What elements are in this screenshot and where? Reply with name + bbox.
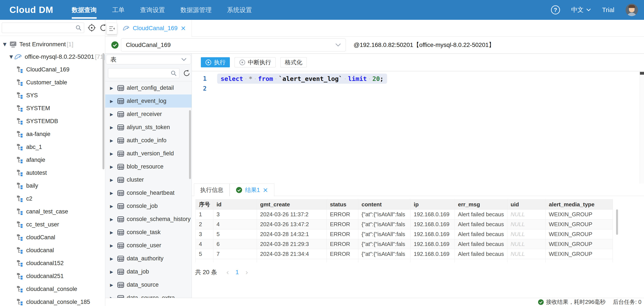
database-item[interactable]: cloudcanal — [0, 244, 105, 257]
database-item[interactable]: SYSTEM — [0, 102, 105, 115]
tree-node-connection[interactable]: ▼ office-mysql-8.0.22-50201 [71] — [0, 51, 105, 63]
table-item[interactable]: ▶ console_schema_history — [105, 213, 192, 226]
sql-line[interactable]: select·*·from·`alert_event_log`·limit·20… — [217, 74, 387, 84]
tree-node-environment[interactable]: ▼ Test Environment [1] — [0, 38, 105, 51]
caret-down-icon[interactable]: ▼ — [3, 42, 10, 47]
prev-page-icon[interactable]: ‹ — [226, 268, 229, 276]
column-header[interactable]: err_msg — [455, 200, 508, 210]
table-item[interactable]: ▶ console_heartbeat — [105, 186, 192, 200]
editor-scrollbar-thumb[interactable] — [640, 72, 644, 75]
database-item[interactable]: canal_test_case — [0, 205, 105, 218]
tab-execution-info[interactable]: 执行信息 — [194, 184, 230, 196]
database-item[interactable]: autotest — [0, 166, 105, 179]
caret-right-icon[interactable]: ▶ — [110, 151, 117, 156]
nav-item[interactable]: 查询设置 — [140, 0, 165, 20]
nav-item[interactable]: 系统设置 — [227, 0, 252, 20]
database-item[interactable]: abc_1 — [0, 140, 105, 154]
database-select[interactable]: CloudCanal_169 — [121, 38, 346, 52]
table-item[interactable]: ▶ alert_event_log — [105, 94, 192, 108]
table-item[interactable]: ▶ console_task — [105, 226, 192, 239]
page-number[interactable]: 1 — [236, 269, 239, 276]
caret-right-icon[interactable]: ▶ — [110, 138, 117, 143]
caret-right-icon[interactable]: ▶ — [110, 86, 117, 90]
next-page-icon[interactable]: › — [245, 268, 248, 276]
nav-item[interactable]: 工单 — [112, 0, 124, 20]
table-item[interactable]: ▶ data_source — [105, 278, 192, 291]
column-header[interactable]: gmt_create — [257, 200, 327, 210]
table-item[interactable]: ▶ alert_receiver — [105, 108, 192, 121]
database-item[interactable]: cloudCanal — [0, 231, 105, 244]
table-item[interactable]: ▶ alert_config_detail — [105, 81, 192, 94]
column-header[interactable]: alert_media_type — [546, 200, 613, 210]
caret-right-icon[interactable]: ▶ — [110, 296, 117, 298]
tab-cloudcanal-169[interactable]: CloudCanal_169 × — [117, 20, 192, 37]
table-item[interactable]: ▶ data_source_extra — [105, 291, 192, 298]
caret-right-icon[interactable]: ▶ — [110, 204, 117, 209]
table-item[interactable]: ▶ blob_resource — [105, 160, 192, 173]
caret-right-icon[interactable]: ▶ — [110, 99, 117, 103]
editor-scrollbar[interactable] — [640, 71, 644, 184]
stop-button[interactable]: 中断执行 — [234, 57, 276, 67]
database-item[interactable]: SYS — [0, 89, 105, 102]
nav-item[interactable]: 数据查询 — [72, 0, 97, 20]
table-item[interactable]: ▶ data_authority — [105, 252, 192, 265]
caret-right-icon[interactable]: ▶ — [110, 230, 117, 235]
table-item[interactable]: ▶ console_user — [105, 239, 192, 252]
table-item[interactable]: ▶ cluster — [105, 173, 192, 186]
database-item[interactable]: CloudCanal_169 — [0, 63, 105, 76]
column-header[interactable]: uid — [508, 200, 546, 210]
database-item[interactable]: Customer_table — [0, 76, 105, 89]
database-item[interactable]: cloudcanal_console — [0, 282, 105, 295]
database-item[interactable]: baily — [0, 179, 105, 192]
help-icon[interactable]: ? — [551, 5, 560, 15]
close-result-icon[interactable]: × — [263, 187, 268, 193]
close-tab-icon[interactable]: × — [181, 25, 186, 31]
database-item[interactable]: c2 — [0, 192, 105, 205]
database-item[interactable]: SYSTEMDB — [0, 115, 105, 128]
table-list-scrollbar[interactable] — [189, 110, 191, 179]
collapse-sidebar-button[interactable] — [107, 23, 117, 34]
database-item[interactable]: aa-fanqie — [0, 128, 105, 140]
caret-right-icon[interactable]: ▶ — [110, 256, 117, 261]
table-item[interactable]: ▶ data_job — [105, 265, 192, 278]
refresh-tables-button[interactable] — [183, 69, 190, 77]
table-item[interactable]: ▶ auth_version_field — [105, 147, 192, 160]
table-item[interactable]: ▶ auth_code_info — [105, 134, 192, 147]
database-item[interactable]: afanqie — [0, 154, 105, 166]
caret-right-icon[interactable]: ▶ — [110, 125, 117, 130]
table-search-input[interactable] — [108, 68, 179, 78]
column-header[interactable]: id — [213, 200, 257, 210]
language-switcher[interactable]: 中文 — [571, 6, 591, 14]
caret-right-icon[interactable]: ▶ — [110, 178, 117, 182]
caret-right-icon[interactable]: ▶ — [110, 243, 117, 248]
caret-right-icon[interactable]: ▶ — [110, 191, 117, 195]
column-header[interactable]: 序号 — [196, 200, 213, 210]
table-item[interactable]: ▶ aliyun_sts_token — [105, 121, 192, 134]
caret-right-icon[interactable]: ▶ — [110, 282, 117, 287]
sql-editor[interactable]: 1 2 select·*·from·`alert_event_log`·limi… — [192, 71, 644, 184]
locate-target-button[interactable] — [87, 23, 96, 32]
caret-down-icon[interactable]: ▼ — [10, 54, 14, 59]
tab-result-1[interactable]: 结果1 × — [230, 184, 274, 196]
column-header[interactable]: content — [358, 200, 410, 210]
format-button[interactable]: 格式化 — [280, 57, 307, 67]
results-scrollbar[interactable] — [616, 209, 618, 235]
database-item[interactable]: cc_test_user — [0, 218, 105, 231]
database-item[interactable]: cloudcanal152 — [0, 257, 105, 270]
background-tasks[interactable]: 后台任务: 0 — [613, 298, 642, 306]
caret-right-icon[interactable]: ▶ — [110, 217, 117, 222]
caret-right-icon[interactable]: ▶ — [110, 269, 117, 274]
database-item[interactable]: cloudcanal_console_185 — [0, 295, 105, 306]
database-item[interactable]: cloudcanal251 — [0, 270, 105, 282]
column-header[interactable]: status — [327, 200, 358, 210]
caret-right-icon[interactable]: ▶ — [110, 112, 117, 117]
sidebar-search-input[interactable] — [2, 23, 84, 33]
sidebar-scrollbar[interactable] — [102, 53, 104, 169]
run-button[interactable]: 执行 — [201, 57, 230, 67]
caret-right-icon[interactable]: ▶ — [110, 165, 117, 169]
column-header[interactable]: ip — [410, 200, 455, 210]
nav-item[interactable]: 数据源管理 — [180, 0, 212, 20]
object-type-select[interactable]: 表 — [106, 55, 191, 64]
table-item[interactable]: ▶ console_job — [105, 200, 192, 213]
avatar[interactable] — [626, 4, 638, 16]
